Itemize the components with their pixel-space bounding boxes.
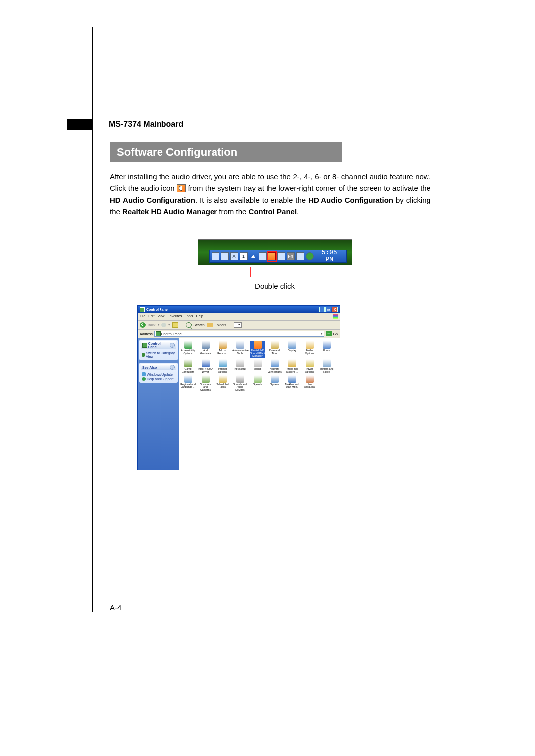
address-value: Control Panel: [161, 332, 182, 336]
cp-item[interactable]: Mouse: [250, 359, 265, 373]
cp-item-icon: [219, 359, 227, 367]
cp-item[interactable]: Sounds and Audio Devices: [232, 375, 248, 392]
sidebar-panel-seealso: See Also ⌄ Windows Update Help and Suppo…: [139, 363, 178, 383]
cp-item[interactable]: Scanners and Cameras: [198, 375, 213, 392]
cp-item-icon: [271, 359, 279, 367]
cp-item[interactable]: Accessibility Options: [180, 341, 196, 358]
folders-icon[interactable]: [207, 323, 213, 327]
cp-item-icon: [236, 359, 244, 367]
cp-item-icon: [184, 359, 192, 367]
cp-item-icon: [184, 341, 192, 349]
cp-item-label: Add Hardware: [198, 349, 213, 355]
tray-letter-a-icon[interactable]: A: [230, 252, 238, 260]
cp-item[interactable]: User Accounts: [302, 375, 317, 392]
cp-item[interactable]: Date and Time: [267, 341, 282, 358]
menu-file[interactable]: File: [140, 314, 145, 319]
forward-button[interactable]: [161, 323, 166, 327]
window-titlebar: Control Panel _ ▭ X: [138, 306, 340, 313]
section-title: Software Configuration: [110, 142, 342, 162]
cp-item[interactable]: Network Connections: [267, 359, 282, 373]
tray-expand-icon[interactable]: [251, 255, 255, 258]
tray-speaker-icon[interactable]: [259, 252, 267, 260]
tray-display-icon[interactable]: [277, 252, 285, 260]
cp-item[interactable]: Speech: [250, 375, 265, 392]
windows-update-link[interactable]: Windows Update: [141, 372, 176, 377]
cp-item-icon: [306, 359, 314, 367]
cp-item-label: Keyboard: [232, 368, 248, 371]
maximize-button[interactable]: ▭: [325, 307, 331, 312]
cp-item-label: Scanners and Cameras: [198, 383, 213, 392]
back-button[interactable]: [140, 322, 146, 328]
p-text: . It is also available to enable the: [195, 196, 308, 204]
cp-item[interactable]: Add Hardware: [198, 341, 213, 358]
cp-item-icon: [306, 341, 314, 349]
tray-shield-icon[interactable]: [221, 252, 229, 260]
cp-item-label: Intel(R) GMA Driver: [198, 368, 213, 373]
cp-item-icon: [288, 341, 296, 349]
cp-item-label: Realtek HD Sound Effect Manager: [250, 349, 265, 358]
go-button[interactable]: →: [326, 331, 332, 336]
help-icon: [142, 377, 146, 381]
toolbar: Back ▾ ▾ Search Folders: [138, 321, 340, 330]
link-text: Help and Support: [147, 378, 173, 381]
panel-collapse-icon[interactable]: ⌄: [170, 365, 175, 370]
minimize-button[interactable]: _: [319, 307, 325, 312]
cp-item-icon: [254, 341, 262, 349]
cp-item[interactable]: Folder Options: [302, 341, 317, 358]
cp-item-label: Network Connections: [267, 368, 282, 373]
cp-item[interactable]: Scheduled Tasks: [215, 375, 230, 392]
cp-item-icon: [219, 341, 227, 349]
menu-tools[interactable]: Tools: [185, 314, 193, 319]
tray-net-icon[interactable]: [212, 252, 219, 260]
search-label[interactable]: Search: [194, 324, 205, 327]
tray-num-icon[interactable]: 1: [240, 252, 248, 260]
cp-item[interactable]: Realtek HD Sound Effect Manager: [250, 341, 265, 358]
menu-help[interactable]: Help: [196, 314, 203, 319]
cp-item[interactable]: Add or Remov...: [215, 341, 230, 358]
folders-label[interactable]: Folders: [215, 324, 226, 327]
p-bold: Control Panel: [249, 207, 297, 216]
panel-collapse-icon[interactable]: ⌄: [170, 343, 175, 348]
cp-item[interactable]: Taskbar and Start Menu: [284, 375, 300, 392]
cp-item[interactable]: Keyboard: [232, 359, 248, 373]
cp-item-label: Game Controllers: [180, 368, 196, 373]
cp-item[interactable]: Administrative Tools: [232, 341, 248, 358]
switch-category-link[interactable]: Switch to Category View: [141, 351, 176, 359]
cp-item[interactable]: Phone and Modem ...: [284, 359, 300, 373]
address-label: Address: [140, 332, 153, 336]
cp-item[interactable]: Intel(R) GMA Driver: [198, 359, 213, 373]
p-bold: HD Audio Configuration: [110, 196, 195, 204]
menu-edit[interactable]: Edit: [148, 314, 154, 319]
cp-item[interactable]: Printers and Faxes: [319, 359, 334, 373]
link-text: Windows Update: [147, 373, 173, 376]
cp-item[interactable]: Display: [284, 341, 300, 358]
cp-item[interactable]: System: [267, 375, 282, 392]
cp-item-label: Power Options: [302, 368, 317, 373]
cp-item-label: Internet Options: [215, 368, 230, 373]
tray-cfg-icon[interactable]: [296, 252, 304, 260]
menu-favorites[interactable]: Favorites: [167, 314, 182, 319]
tray-refresh-icon[interactable]: [306, 252, 314, 260]
help-support-link[interactable]: Help and Support: [141, 377, 176, 381]
cp-item-label: Mouse: [250, 368, 265, 371]
body-paragraph: After installing the audio driver, you a…: [110, 171, 430, 217]
up-button[interactable]: [172, 322, 178, 328]
tray-fn-icon[interactable]: Fn: [287, 252, 295, 260]
sidebar-panel-cp: Control Panel ⌄ Switch to Category View: [139, 340, 178, 360]
cp-item-label: Add or Remov...: [215, 349, 230, 355]
cp-item-icon: [288, 359, 296, 367]
cp-item[interactable]: Fonts: [319, 341, 334, 358]
views-button[interactable]: [234, 322, 242, 328]
p-text: .: [297, 207, 299, 216]
cp-item[interactable]: Internet Options: [215, 359, 230, 373]
cp-item[interactable]: Game Controllers: [180, 359, 196, 373]
go-label: Go: [333, 332, 338, 336]
tray-realtek-audio-icon[interactable]: [268, 252, 276, 260]
address-input[interactable]: Control Panel ▾: [154, 331, 324, 337]
menu-view[interactable]: View: [157, 314, 164, 319]
close-button[interactable]: X: [332, 307, 338, 312]
cp-item[interactable]: Regional and Language ...: [180, 375, 196, 392]
search-icon[interactable]: [186, 322, 192, 328]
cp-item[interactable]: Power Options: [302, 359, 317, 373]
cp-item-label: Sounds and Audio Devices: [232, 383, 248, 392]
